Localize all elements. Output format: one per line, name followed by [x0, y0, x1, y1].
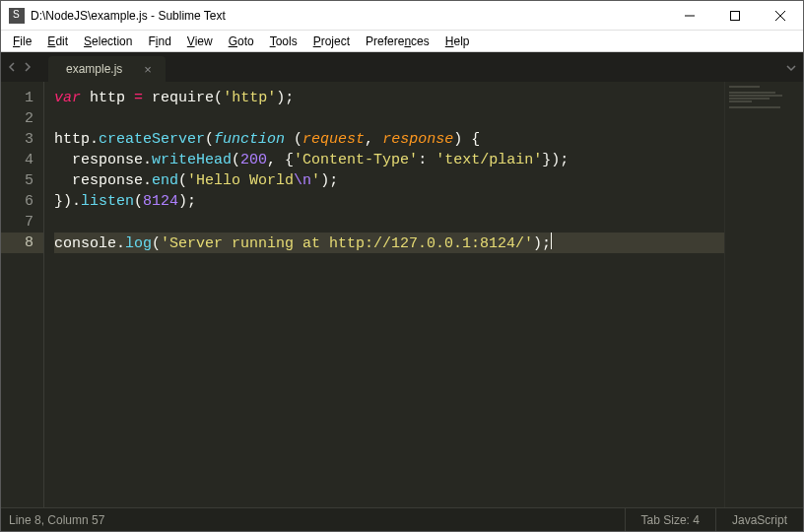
minimap-line [729, 92, 775, 94]
svg-rect-1 [731, 11, 740, 20]
title-bar: D:\NodeJS\example.js - Sublime Text [1, 1, 803, 31]
window-controls [667, 1, 803, 30]
tab-nav-arrows [1, 52, 38, 82]
line-number-gutter: 12345678 [1, 82, 44, 507]
menu-preferences[interactable]: Preferences [358, 33, 437, 50]
line-number: 8 [1, 233, 43, 253]
code-line[interactable] [54, 212, 724, 233]
menu-edit[interactable]: Edit [39, 33, 76, 50]
line-number: 1 [1, 88, 34, 108]
line-number: 3 [1, 129, 34, 150]
minimize-button[interactable] [667, 1, 712, 30]
tab-overflow-button[interactable] [785, 60, 797, 78]
code-line[interactable] [54, 108, 724, 129]
minimize-icon [685, 11, 695, 21]
code-line[interactable]: }).listen(8124); [54, 191, 724, 212]
menu-file[interactable]: File [5, 33, 39, 50]
close-icon [775, 11, 785, 21]
code-content[interactable]: var http = require('http'); http.createS… [44, 82, 724, 507]
code-line[interactable]: response.writeHead(200, {'Content-Type':… [54, 150, 724, 170]
minimap-line [729, 86, 760, 88]
code-line[interactable]: http.createServer(function (request, res… [54, 129, 724, 150]
status-cursor-position[interactable]: Line 8, Column 57 [9, 513, 104, 527]
minimap-line [729, 98, 770, 100]
minimap-line [729, 95, 782, 97]
menu-find[interactable]: Find [140, 33, 178, 50]
chevron-down-icon [785, 62, 797, 74]
menu-goto[interactable]: Goto [221, 33, 262, 50]
menu-bar: FileEditSelectionFindViewGotoToolsProjec… [1, 31, 803, 52]
window-title: D:\NodeJS\example.js - Sublime Text [31, 9, 667, 23]
app-icon [9, 8, 25, 24]
nav-back-icon[interactable] [7, 62, 17, 72]
menu-tools[interactable]: Tools [262, 33, 305, 50]
line-number: 6 [1, 191, 34, 212]
maximize-button[interactable] [712, 1, 758, 30]
tab-example-js[interactable]: example.js × [48, 56, 166, 82]
close-button[interactable] [758, 1, 803, 30]
menu-selection[interactable]: Selection [76, 33, 140, 50]
line-number: 4 [1, 150, 34, 170]
minimap-line [729, 100, 752, 102]
minimap[interactable] [724, 82, 803, 507]
menu-help[interactable]: Help [437, 33, 478, 50]
maximize-icon [730, 11, 740, 21]
minimap-line [729, 106, 780, 108]
line-number: 7 [1, 212, 34, 233]
status-bar: Line 8, Column 57 Tab Size: 4 JavaScript [1, 507, 803, 531]
code-line[interactable]: response.end('Hello World\n'); [54, 170, 724, 191]
tab-close-icon[interactable]: × [144, 62, 152, 77]
menu-project[interactable]: Project [305, 33, 358, 50]
tab-strip: example.js × [1, 52, 803, 82]
status-syntax[interactable]: JavaScript [715, 508, 803, 531]
line-number: 5 [1, 170, 34, 191]
status-tab-size[interactable]: Tab Size: 4 [625, 508, 715, 531]
code-line[interactable]: console.log('Server running at http://12… [54, 233, 724, 253]
code-line[interactable]: var http = require('http'); [54, 88, 724, 108]
editor-area[interactable]: 12345678 var http = require('http'); htt… [1, 82, 803, 507]
app-window: D:\NodeJS\example.js - Sublime Text File… [0, 0, 804, 532]
tab-label: example.js [66, 62, 122, 76]
nav-forward-icon[interactable] [23, 62, 33, 72]
line-number: 2 [1, 108, 34, 129]
menu-view[interactable]: View [179, 33, 221, 50]
